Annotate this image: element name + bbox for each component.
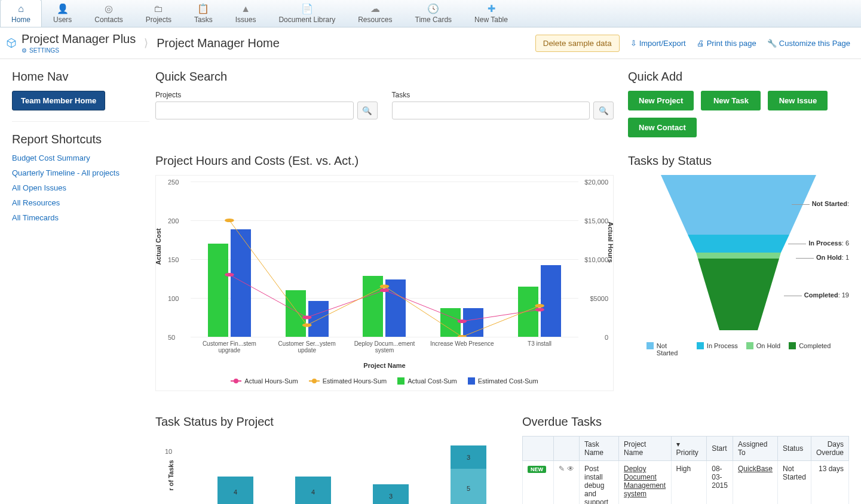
- legend-inprocess-icon: [697, 342, 704, 349]
- project-link[interactable]: Deploy Document Management system: [624, 465, 666, 498]
- overdue-tasks: Overdue Tasks Task Name Project Name ▾Pr…: [522, 415, 849, 504]
- sidebar: Home Nav Team Member Home Report Shortcu…: [12, 70, 149, 504]
- col-status[interactable]: Status: [778, 437, 811, 461]
- edit-icon[interactable]: ✎: [559, 465, 565, 473]
- cell-status: Not Started: [778, 461, 811, 505]
- cell-priority: High: [671, 461, 707, 505]
- link-all-resources[interactable]: All Resources: [12, 198, 60, 207]
- new-badge: NEW: [528, 466, 546, 473]
- cell-days: 13 days: [811, 461, 848, 505]
- col-actions[interactable]: [554, 437, 580, 461]
- print-link[interactable]: 🖨Print this page: [697, 39, 756, 48]
- tab-home[interactable]: ⌂Home: [0, 0, 42, 27]
- top-nav: ⌂Home 👤Users ◎Contacts 🗀Projects 📋Tasks …: [0, 0, 861, 27]
- tab-users[interactable]: 👤Users: [42, 0, 83, 27]
- overdue-title: Overdue Tasks: [522, 415, 849, 429]
- table-row[interactable]: NEW ✎ 👁 Post install debug and support D…: [523, 461, 849, 505]
- tab-tasks[interactable]: 📋Tasks: [183, 0, 224, 27]
- cell-taskname: Post install debug and support: [580, 461, 619, 505]
- settings-link[interactable]: ⚙SETTINGS: [22, 47, 136, 54]
- search-icon: 🔍: [599, 106, 609, 115]
- document-icon: 📄: [301, 3, 313, 14]
- printer-icon: 🖨: [697, 39, 704, 48]
- delete-sample-button[interactable]: Delete sample data: [535, 35, 620, 52]
- new-contact-button[interactable]: New Contact: [628, 118, 697, 137]
- legend-notstarted-icon: [646, 342, 654, 349]
- col-projectname[interactable]: Project Name: [619, 437, 671, 461]
- sort-icon: ▾: [676, 440, 680, 448]
- quick-search-tasks: . Tasks 🔍: [392, 70, 614, 137]
- cloud-icon: ☁: [370, 3, 380, 14]
- projects-search-input[interactable]: [155, 102, 354, 119]
- folder-icon: 🗀: [154, 4, 163, 14]
- customize-link[interactable]: 🔧Customize this Page: [767, 39, 850, 48]
- link-open-issues[interactable]: All Open Issues: [12, 183, 66, 192]
- chart-legend: Actual Hours-Sum Estimated Hours-Sum Act…: [162, 377, 607, 385]
- tab-contacts[interactable]: ◎Contacts: [83, 0, 134, 27]
- x-axis-label: Project Name: [162, 362, 607, 369]
- warning-icon: ▲: [241, 4, 250, 14]
- plus-icon: ✚: [488, 3, 495, 14]
- gear-icon: ⚙: [22, 47, 27, 54]
- clock-icon: 🕓: [427, 3, 439, 14]
- quick-add-heading: Quick Add: [628, 70, 849, 84]
- funnel-title: Tasks by Status: [628, 154, 849, 168]
- breadcrumb-bar: Project Manager Plus ⚙SETTINGS ⟩ Project…: [0, 27, 861, 59]
- legend-mark-blue: [468, 377, 475, 385]
- col-taskname[interactable]: Task Name: [580, 437, 619, 461]
- tab-timecards[interactable]: 🕓Time Cards: [404, 0, 464, 27]
- main-content: Quick Search Projects 🔍 . Tasks 🔍: [149, 70, 849, 504]
- tasks-search-input[interactable]: [392, 102, 590, 119]
- search-icon: 🔍: [362, 106, 372, 115]
- user-icon: 👤: [57, 3, 69, 14]
- wrench-icon: 🔧: [767, 39, 777, 48]
- task-status-title: Task Status by Project: [155, 415, 508, 429]
- legend-mark-pink: [231, 380, 241, 382]
- projects-label: Projects: [155, 91, 378, 99]
- legend-onhold-icon: [746, 342, 753, 349]
- legend-mark-gold: [309, 380, 320, 382]
- chart-tasks-status: Tasks by Status Not Started: In Process:…: [628, 154, 849, 391]
- link-budget-cost[interactable]: Budget Cost Summary: [12, 153, 90, 162]
- home-nav-heading: Home Nav: [12, 70, 149, 84]
- link-quarterly-timeline[interactable]: Quarterly Timeline - All projects: [12, 168, 120, 177]
- col-assigned[interactable]: Assigned To: [733, 437, 778, 461]
- legend-mark-green: [397, 377, 405, 385]
- cell-start: 08-03-2015: [707, 461, 733, 505]
- col-start[interactable]: Start: [707, 437, 733, 461]
- new-project-button[interactable]: New Project: [628, 91, 694, 110]
- assigned-link[interactable]: QuickBase: [738, 465, 773, 473]
- funnel-legend: Not Started In Process On Hold Completed: [628, 342, 849, 357]
- app-cube-icon: [6, 38, 17, 48]
- svg-marker-11: [688, 235, 789, 253]
- tasks-label: Tasks: [392, 91, 614, 99]
- eye-icon[interactable]: 👁: [567, 465, 574, 473]
- tab-projects[interactable]: 🗀Projects: [134, 0, 183, 27]
- col-new[interactable]: [523, 437, 554, 461]
- team-member-home-button[interactable]: Team Member Home: [12, 91, 105, 110]
- col-days[interactable]: Days Overdue: [811, 437, 848, 461]
- quick-search-projects: Quick Search Projects 🔍: [155, 70, 378, 137]
- svg-marker-13: [698, 259, 779, 330]
- chart-title: Project Hours and Costs (Est. vs. Act.): [155, 154, 614, 168]
- tab-resources[interactable]: ☁Resources: [347, 0, 403, 27]
- divider: [12, 121, 149, 122]
- tasks-search-button[interactable]: 🔍: [593, 102, 614, 119]
- import-export-link[interactable]: ⇩Import/Export: [630, 39, 686, 48]
- overdue-table: Task Name Project Name ▾Priority Start A…: [522, 436, 849, 504]
- projects-search-button[interactable]: 🔍: [357, 102, 378, 119]
- new-issue-button[interactable]: New Issue: [768, 91, 828, 110]
- y-axis-label: r of Tasks: [167, 460, 174, 490]
- tab-doclib[interactable]: 📄Document Library: [267, 0, 347, 27]
- tab-newtable[interactable]: ✚New Table: [463, 0, 519, 27]
- app-title[interactable]: Project Manager Plus: [22, 32, 136, 46]
- new-task-button[interactable]: New Task: [701, 91, 761, 110]
- legend-completed-icon: [789, 342, 796, 349]
- chart-task-status-project: Task Status by Project r of Tasks 104435…: [155, 415, 508, 504]
- breadcrumb-separator-icon: ⟩: [144, 36, 148, 50]
- link-all-timecards[interactable]: All Timecards: [12, 213, 59, 222]
- y-axis-left-label: Actual Cost: [155, 228, 162, 265]
- report-shortcuts-heading: Report Shortcuts: [12, 133, 149, 146]
- tab-issues[interactable]: ▲Issues: [224, 0, 268, 27]
- col-priority[interactable]: ▾Priority: [671, 437, 707, 461]
